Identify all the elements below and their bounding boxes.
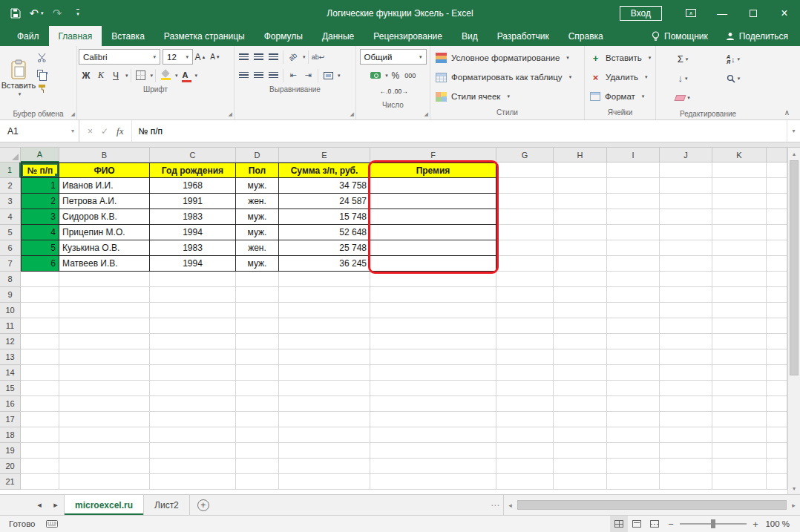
font-dialog-launcher[interactable]: ◢ bbox=[229, 111, 232, 117]
row-header-18[interactable]: 18 bbox=[0, 427, 21, 443]
expand-formula-bar-button[interactable]: ▾ bbox=[787, 120, 800, 142]
cell-G2[interactable] bbox=[496, 178, 554, 194]
cell-E8[interactable] bbox=[279, 272, 370, 287]
cell-F6[interactable] bbox=[370, 240, 496, 256]
cell-I5[interactable] bbox=[607, 225, 660, 240]
cell-B13[interactable] bbox=[59, 349, 150, 365]
row-header-16[interactable]: 16 bbox=[0, 396, 21, 412]
cell-C2[interactable]: 1968 bbox=[150, 178, 236, 194]
cell-F5[interactable] bbox=[370, 225, 496, 240]
scroll-up-arrow[interactable]: ▴ bbox=[788, 148, 800, 160]
cell-B12[interactable] bbox=[59, 334, 150, 349]
scroll-left-arrow[interactable]: ◂ bbox=[504, 502, 517, 509]
underline-button[interactable]: Ч bbox=[108, 68, 123, 83]
cell-F18[interactable] bbox=[370, 427, 496, 443]
cell-B3[interactable]: Петрова А.И. bbox=[59, 194, 150, 209]
cell-C7[interactable]: 1994 bbox=[150, 256, 236, 272]
cell-I16[interactable] bbox=[607, 396, 660, 412]
cell-G12[interactable] bbox=[496, 334, 554, 349]
font-name-select[interactable]: Calibri▾ bbox=[79, 49, 160, 65]
cell-K19[interactable] bbox=[712, 443, 767, 459]
cell-G19[interactable] bbox=[496, 443, 554, 459]
row-header-7[interactable]: 7 bbox=[0, 256, 21, 272]
italic-button[interactable]: К bbox=[94, 68, 108, 83]
cell-D12[interactable] bbox=[236, 334, 279, 349]
cell-K17[interactable] bbox=[712, 412, 767, 427]
share-button[interactable]: Поделиться bbox=[726, 31, 788, 42]
cell-I8[interactable] bbox=[607, 272, 660, 287]
cell-A11[interactable] bbox=[21, 318, 59, 334]
row-header-19[interactable]: 19 bbox=[0, 443, 21, 459]
cell-A4[interactable]: 3 bbox=[21, 209, 59, 225]
cell-J8[interactable] bbox=[660, 272, 712, 287]
cell-J20[interactable] bbox=[660, 459, 712, 474]
cell-J9[interactable] bbox=[660, 287, 712, 303]
cell-K2[interactable] bbox=[712, 178, 767, 194]
cell-C13[interactable] bbox=[150, 349, 236, 365]
column-header-I[interactable]: I bbox=[607, 148, 660, 162]
increase-decimal-button[interactable]: ←.0 bbox=[378, 83, 393, 99]
cell-C20[interactable] bbox=[150, 459, 236, 474]
cell-K21[interactable] bbox=[712, 474, 767, 490]
cell-F20[interactable] bbox=[370, 459, 496, 474]
cell-H13[interactable] bbox=[554, 349, 607, 365]
cell-C3[interactable]: 1991 bbox=[150, 194, 236, 209]
cell-H2[interactable] bbox=[554, 178, 607, 194]
alignment-dialog-launcher[interactable]: ◢ bbox=[350, 111, 354, 117]
page-break-view-button[interactable] bbox=[646, 516, 663, 532]
orientation-button[interactable]: ab bbox=[286, 49, 301, 65]
cell-A2[interactable]: 1 bbox=[21, 178, 59, 194]
cell-J4[interactable] bbox=[660, 209, 712, 225]
row-header-8[interactable]: 8 bbox=[0, 272, 21, 287]
zoom-out-button[interactable]: − bbox=[663, 519, 678, 530]
cell-G11[interactable] bbox=[496, 318, 554, 334]
cell-D3[interactable]: жен. bbox=[236, 194, 279, 209]
cell-I3[interactable] bbox=[607, 194, 660, 209]
cell-C15[interactable] bbox=[150, 381, 236, 396]
format-as-table-button[interactable]: Форматировать как таблицу▾ bbox=[432, 68, 583, 87]
cell-I21[interactable] bbox=[607, 474, 660, 490]
align-top-button[interactable] bbox=[236, 49, 251, 65]
row-header-10[interactable]: 10 bbox=[0, 303, 21, 318]
cell-K1[interactable] bbox=[712, 162, 767, 178]
find-select-button[interactable]: ▾ bbox=[708, 70, 758, 87]
cell-B9[interactable] bbox=[59, 287, 150, 303]
row-header-15[interactable]: 15 bbox=[0, 381, 21, 396]
cell-H18[interactable] bbox=[554, 427, 607, 443]
cell-F12[interactable] bbox=[370, 334, 496, 349]
column-header-K[interactable]: K bbox=[712, 148, 767, 162]
cell-F4[interactable] bbox=[370, 209, 496, 225]
comma-style-button[interactable]: 000 bbox=[403, 68, 418, 83]
cell-C4[interactable]: 1983 bbox=[150, 209, 236, 225]
cell-H4[interactable] bbox=[554, 209, 607, 225]
decrease-decimal-button[interactable]: .00→ bbox=[393, 83, 407, 99]
cell-K6[interactable] bbox=[712, 240, 767, 256]
new-sheet-button[interactable]: + bbox=[197, 499, 209, 511]
cell-B17[interactable] bbox=[59, 412, 150, 427]
cell-E19[interactable] bbox=[279, 443, 370, 459]
ribbon-tab-data[interactable]: Данные bbox=[312, 26, 364, 46]
cell-H9[interactable] bbox=[554, 287, 607, 303]
cell-E21[interactable] bbox=[279, 474, 370, 490]
column-header-F[interactable]: F bbox=[370, 148, 496, 162]
cell-D16[interactable] bbox=[236, 396, 279, 412]
column-header-J[interactable]: J bbox=[660, 148, 712, 162]
ribbon-tab-home[interactable]: Главная bbox=[49, 26, 102, 46]
cell-H10[interactable] bbox=[554, 303, 607, 318]
cell-G1[interactable] bbox=[496, 162, 554, 178]
cell-F7[interactable] bbox=[370, 256, 496, 272]
zoom-level[interactable]: 100 % bbox=[763, 519, 800, 528]
cell-G9[interactable] bbox=[496, 287, 554, 303]
cell-J3[interactable] bbox=[660, 194, 712, 209]
cell-D18[interactable] bbox=[236, 427, 279, 443]
wrap-text-button[interactable]: ab↩ bbox=[311, 49, 326, 65]
cell-B4[interactable]: Сидоров К.В. bbox=[59, 209, 150, 225]
cell-D19[interactable] bbox=[236, 443, 279, 459]
cell-I2[interactable] bbox=[607, 178, 660, 194]
cell-K4[interactable] bbox=[712, 209, 767, 225]
percent-style-button[interactable]: % bbox=[388, 68, 403, 83]
cell-B10[interactable] bbox=[59, 303, 150, 318]
vertical-scroll-thumb[interactable] bbox=[790, 160, 799, 375]
zoom-in-button[interactable]: + bbox=[748, 519, 763, 530]
cell-D13[interactable] bbox=[236, 349, 279, 365]
